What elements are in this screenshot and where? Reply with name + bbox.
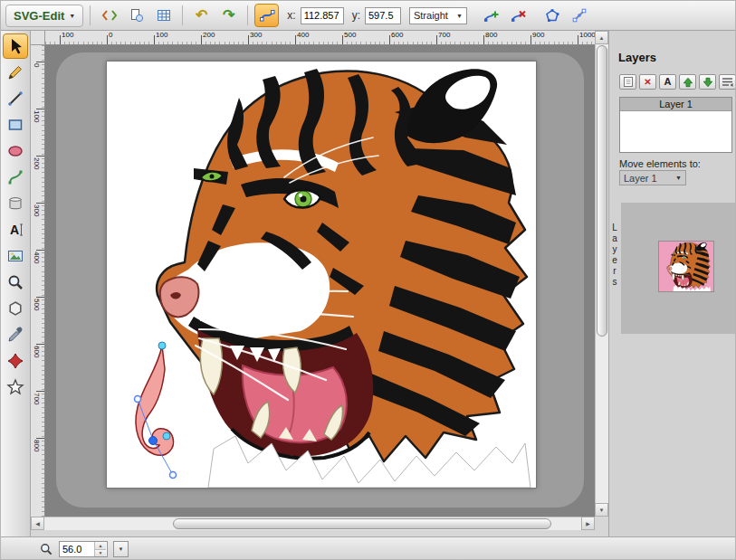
redo-button[interactable]: ↷ — [216, 4, 241, 27]
edit-path-icon — [259, 8, 275, 23]
svg-edit-window: SVG-Edit ▼ ↶ — [0, 0, 736, 560]
new-layer-icon — [623, 76, 634, 88]
image-icon — [6, 247, 24, 265]
tool-zoom-button[interactable] — [3, 270, 28, 295]
tool-text-button[interactable]: A — [3, 217, 28, 242]
horizontal-ruler: 10001002003004005006007008009001000 — [45, 31, 595, 45]
tiger-illustration — [157, 69, 530, 488]
x-coordinate-label: x: — [287, 9, 295, 22]
delete-layer-icon: ✕ — [644, 78, 651, 87]
app-logo-label: SVG-Edit — [14, 9, 64, 23]
layers-panel-title: Layers — [618, 51, 656, 64]
lower-layer-button[interactable] — [699, 74, 716, 90]
delete-node-icon — [511, 9, 526, 23]
scroll-right-button[interactable]: ▶ — [581, 517, 595, 530]
open-path-icon — [545, 8, 559, 23]
add-node-button[interactable] — [479, 4, 503, 27]
magnifier-icon — [6, 273, 24, 291]
scroll-down-button[interactable]: ▼ — [595, 503, 608, 517]
chevron-down-icon: ▼ — [119, 546, 124, 552]
source-button[interactable] — [97, 4, 121, 27]
tool-shape-library-button[interactable] — [3, 191, 28, 216]
control-point-handle[interactable] — [170, 472, 177, 479]
vertical-scrollbar[interactable]: ▲ ▼ — [595, 31, 608, 517]
path-node[interactable] — [163, 432, 170, 440]
document-properties-icon — [129, 8, 144, 23]
layers-panel: L a y e r s Layers ✕ A — [608, 31, 736, 536]
tool-line-button[interactable] — [3, 86, 28, 111]
y-coordinate-input[interactable] — [365, 7, 401, 24]
x-coordinate-input[interactable] — [301, 7, 344, 24]
move-elements-dropdown[interactable]: Layer 1 ▼ — [619, 170, 686, 185]
zoom-decrease-button[interactable]: ▼ — [95, 549, 106, 557]
eyedropper-icon — [6, 326, 24, 344]
zoom-increase-button[interactable]: ▲ — [95, 542, 106, 549]
layers-side-tab[interactable]: L a y e r s — [609, 223, 620, 288]
raise-layer-button[interactable] — [679, 74, 696, 90]
rename-layer-icon: A — [664, 77, 672, 87]
edited-path[interactable] — [135, 342, 177, 479]
segment-type-value: Straight — [414, 10, 448, 21]
ruler-corner — [31, 31, 45, 45]
layers-toolbar: ✕ A — [619, 74, 736, 90]
svg-canvas[interactable] — [107, 62, 536, 488]
y-coordinate-label: y: — [352, 9, 360, 22]
preview-panel — [621, 203, 736, 334]
zoom-level-input[interactable] — [60, 542, 94, 556]
scroll-up-icon: ▲ — [599, 35, 605, 41]
workspace[interactable] — [45, 45, 595, 517]
tool-star-button[interactable] — [3, 375, 28, 400]
zoom-spinbox: ▲ ▼ — [59, 541, 108, 557]
toolbar-separator — [182, 5, 183, 25]
scroll-up-button[interactable]: ▲ — [595, 31, 608, 44]
tool-shape-button[interactable] — [3, 348, 28, 374]
grid-button[interactable] — [151, 4, 176, 27]
bottom-bar: ▲ ▼ ▼ — [1, 536, 736, 560]
selected-path-node[interactable] — [149, 437, 158, 445]
tool-eyedropper-button[interactable] — [3, 322, 28, 347]
path-edit-mode-button[interactable] — [254, 4, 279, 27]
path-node[interactable] — [158, 342, 166, 349]
chevron-down-icon: ▼ — [456, 13, 463, 19]
open-path-button[interactable] — [540, 4, 565, 27]
segment-type-dropdown[interactable]: Straight ▼ — [409, 7, 467, 24]
artwork-thumbnail[interactable] — [658, 241, 714, 292]
rectangle-icon — [6, 116, 24, 134]
link-control-points-button[interactable] — [568, 4, 592, 27]
tool-path-button[interactable] — [3, 165, 28, 190]
ornament-shape-icon — [6, 352, 24, 370]
link-control-points-icon — [572, 8, 587, 23]
horizontal-scrollbar[interactable]: ◀ ▶ — [31, 517, 595, 530]
scroll-left-button[interactable]: ◀ — [31, 517, 44, 530]
vertical-scroll-thumb[interactable] — [597, 45, 607, 337]
tool-rectangle-button[interactable] — [3, 112, 28, 138]
layer-options-button[interactable] — [719, 74, 736, 90]
scroll-down-icon: ▼ — [599, 508, 605, 513]
tool-select-button[interactable] — [3, 33, 28, 59]
tool-ellipse-button[interactable] — [3, 138, 28, 164]
delete-node-button[interactable] — [506, 4, 530, 27]
zoom-presets-dropdown[interactable]: ▼ — [113, 541, 129, 557]
undo-button[interactable]: ↶ — [189, 4, 214, 27]
horizontal-scroll-thumb[interactable] — [173, 518, 551, 529]
zoom-icon — [39, 542, 53, 556]
tool-image-button[interactable] — [3, 243, 28, 269]
main-menu-button[interactable]: SVG-Edit ▼ — [5, 5, 83, 27]
delete-layer-button[interactable]: ✕ — [639, 74, 656, 90]
control-point-handle[interactable] — [135, 396, 141, 403]
document-properties-button[interactable] — [124, 4, 148, 27]
rename-layer-button[interactable]: A — [659, 74, 676, 90]
tool-pencil-button[interactable] — [3, 60, 28, 85]
tool-polygon-button[interactable] — [3, 296, 28, 321]
move-elements-label: Move elements to: — [619, 158, 701, 169]
zoom-spinner: ▲ ▼ — [94, 542, 106, 556]
text-icon: A — [6, 221, 24, 239]
source-icon — [101, 8, 118, 23]
top-toolbar: SVG-Edit ▼ ↶ — [1, 1, 736, 31]
spinner-down-icon: ▼ — [99, 550, 103, 555]
toolbar-separator — [247, 5, 248, 25]
vertical-ruler: 0100200300400500600700800 — [31, 45, 45, 517]
new-layer-button[interactable] — [619, 74, 636, 90]
layer-row-active[interactable]: Layer 1 — [620, 98, 731, 111]
move-elements-value: Layer 1 — [624, 173, 657, 184]
